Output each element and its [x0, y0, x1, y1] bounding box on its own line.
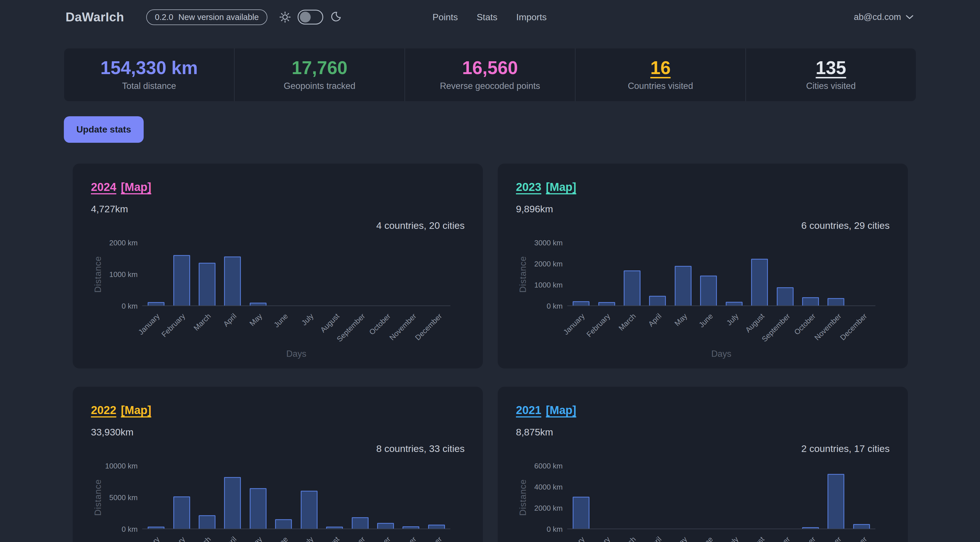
x-tick-label: July	[300, 312, 315, 327]
bar-slot	[245, 243, 271, 305]
y-ticks: 3000 km2000 km1000 km0 km	[530, 243, 563, 306]
bar-october[interactable]	[802, 527, 819, 529]
bar-march[interactable]	[199, 515, 215, 529]
y-tick-label: 0 km	[547, 525, 563, 534]
bar-march[interactable]	[199, 263, 215, 305]
chevron-down-icon[interactable]	[905, 14, 913, 20]
y-tick-label: 2000 km	[109, 238, 138, 247]
y-tick-label: 1000 km	[534, 281, 563, 289]
bar-january[interactable]	[148, 302, 164, 305]
bar-november[interactable]	[402, 526, 419, 529]
bar-september[interactable]	[777, 287, 794, 305]
stats-panel: 154,330 kmTotal distance17,760Geopoints …	[64, 48, 916, 101]
theme-toggle[interactable]	[298, 10, 323, 24]
bar-slot	[245, 466, 271, 529]
bar-april[interactable]	[649, 296, 666, 305]
bar-slot	[670, 466, 696, 529]
map-link[interactable]: [Map]	[121, 180, 151, 194]
bar-december[interactable]	[428, 525, 445, 529]
bar-july[interactable]	[726, 302, 743, 305]
bar-june[interactable]	[700, 275, 717, 305]
update-stats-button[interactable]: Update stats	[64, 116, 144, 143]
x-tick-label: August	[318, 312, 341, 334]
bar-november[interactable]	[827, 298, 844, 305]
year-link[interactable]: 2024	[91, 180, 116, 194]
user-menu[interactable]: ab@cd.com	[854, 12, 901, 22]
bar-january[interactable]	[573, 497, 589, 529]
theme-toggle-knob	[300, 12, 311, 22]
bar-may[interactable]	[250, 488, 267, 529]
y-tick-label: 3000 km	[534, 238, 563, 247]
map-link[interactable]: [Map]	[546, 403, 576, 418]
nav-link-stats[interactable]: Stats	[477, 12, 497, 22]
app-logo[interactable]: DaWarIch	[65, 10, 124, 24]
bar-october[interactable]	[802, 297, 819, 305]
year-link[interactable]: 2022	[91, 403, 116, 418]
bar-january[interactable]	[148, 527, 164, 529]
bar-may[interactable]	[250, 303, 267, 305]
y-tick-label: 10000 km	[105, 462, 138, 470]
bar-august[interactable]	[326, 527, 343, 529]
y-tick-label: 2000 km	[534, 504, 563, 513]
bar-june[interactable]	[275, 519, 292, 529]
stat-value[interactable]: 135	[816, 59, 846, 77]
map-link[interactable]: [Map]	[121, 403, 151, 418]
bar-slot	[373, 466, 398, 529]
year-card-2021: 2021 [Map] 8,875km 2 countries, 17 citie…	[498, 387, 908, 542]
x-tick-label: March	[617, 535, 638, 542]
bar-slot	[220, 466, 245, 529]
plot-area[interactable]	[142, 466, 450, 529]
bar-slot	[220, 243, 245, 305]
year-link[interactable]: 2023	[516, 180, 541, 194]
nav-link-imports[interactable]: Imports	[516, 12, 547, 22]
x-labels: JanuaryFebruaryMarchAprilMayJuneJulyAugu…	[567, 310, 875, 346]
bar-december[interactable]	[853, 524, 870, 529]
year-card-2022: 2022 [Map] 33,930km 8 countries, 33 citi…	[73, 387, 483, 542]
bar-slot	[798, 243, 823, 305]
bar-july[interactable]	[301, 491, 318, 529]
bar-slot	[823, 466, 849, 529]
bar-may[interactable]	[675, 266, 692, 305]
bar-slot	[619, 243, 645, 305]
bar-september[interactable]	[352, 517, 369, 529]
bar-january[interactable]	[573, 301, 589, 305]
x-tick-label: December	[413, 312, 444, 342]
plot-area[interactable]	[142, 243, 450, 306]
bar-february[interactable]	[173, 255, 190, 305]
x-labels: JanuaryFebruaryMarchAprilMayJuneJulyAugu…	[142, 310, 450, 346]
map-link[interactable]: [Map]	[546, 180, 576, 194]
stat-value[interactable]: 16	[650, 59, 670, 77]
bar-march[interactable]	[624, 270, 641, 305]
nav-link-points[interactable]: Points	[433, 12, 458, 22]
bar-slot	[271, 466, 296, 529]
moon-icon	[329, 11, 342, 23]
bar-slot	[373, 243, 398, 305]
bar-april[interactable]	[224, 256, 241, 305]
bar-february[interactable]	[173, 496, 190, 529]
navbar-links: Points Stats Imports	[433, 12, 547, 22]
bar-february[interactable]	[598, 302, 615, 305]
plot-area[interactable]	[567, 466, 875, 529]
navbar: DaWarIch 0.2.0 New version available	[0, 0, 980, 34]
bar-slot	[296, 243, 322, 305]
stat-label: Geopoints tracked	[284, 81, 355, 91]
bar-october[interactable]	[377, 523, 394, 529]
year-cards-grid: 2024 [Map] 4,727km 4 countries, 20 citie…	[73, 164, 908, 542]
bar-slot	[568, 466, 594, 529]
x-tick-label: January	[137, 535, 161, 542]
bar-slot	[424, 243, 449, 305]
y-tick-label: 4000 km	[534, 483, 563, 491]
y-axis-title: Distance	[516, 466, 530, 529]
bar-november[interactable]	[827, 474, 844, 529]
y-tick-label: 6000 km	[534, 462, 563, 470]
bar-april[interactable]	[224, 477, 241, 529]
x-tick-label: November	[813, 312, 843, 342]
x-tick-label: July	[300, 535, 315, 542]
version-badge[interactable]: 0.2.0 New version available	[146, 10, 267, 25]
bar-chart: Distance 10000 km5000 km0 km JanuaryFebr…	[91, 466, 465, 529]
year-link[interactable]: 2021	[516, 403, 541, 418]
bar-slot	[271, 243, 296, 305]
bar-august[interactable]	[751, 259, 768, 305]
plot-area[interactable]	[567, 243, 875, 306]
y-tick-label: 5000 km	[109, 493, 138, 502]
